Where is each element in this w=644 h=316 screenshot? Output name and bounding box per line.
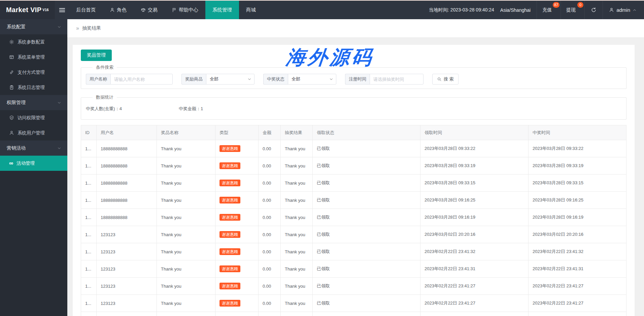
menu-system-params-label: 系统参数配置 — [18, 39, 45, 45]
nav-mall[interactable]: 商城 — [239, 1, 263, 19]
cell-id: 1... — [81, 175, 97, 192]
cell-result: Thank you — [281, 157, 313, 175]
prize-manage-button[interactable]: 奖品管理 — [81, 50, 112, 61]
cell-prize: Thank you — [157, 226, 215, 243]
cell-claim-time: 2023年02月22日 23:41:24 — [420, 312, 529, 316]
cell-prize: Thank you — [157, 157, 215, 175]
nav-home[interactable]: 后台首页 — [69, 1, 103, 19]
flag-icon — [172, 7, 177, 12]
cell-win-time: 2023年03月28日 09:33:22 — [529, 140, 626, 157]
withdraw-link[interactable]: 提现 0 — [561, 1, 584, 19]
sidebar-toggle[interactable] — [55, 1, 69, 19]
column-header: 领取状态 — [313, 125, 420, 140]
refresh-button[interactable] — [584, 1, 603, 19]
cell-win-time: 2023年03月28日 09:16:25 — [529, 192, 626, 209]
cell-claim-time: 2023年02月22日 23:41:27 — [420, 278, 529, 295]
menu-access-permission-label: 访问权限管理 — [18, 115, 45, 121]
cell-username: 123123 — [97, 312, 157, 316]
nav-trade[interactable]: 交易 — [134, 1, 165, 19]
refresh-icon — [591, 7, 597, 13]
group-permission-manage[interactable]: 权限管理 — [0, 95, 67, 110]
cell-id: 1... — [81, 192, 97, 209]
register-time-input[interactable] — [370, 74, 423, 85]
cell-prize: Thank you — [157, 312, 215, 316]
search-button[interactable]: 搜 索 — [432, 74, 459, 85]
user-name-input[interactable] — [110, 74, 173, 85]
nav-help-center[interactable]: 帮助中心 — [165, 1, 205, 19]
cell-amount: 0.00 — [259, 260, 281, 278]
cell-prize: Thank you — [157, 243, 215, 260]
user-menu[interactable]: admin — [603, 1, 644, 19]
nav-system-manage[interactable]: 系统管理 — [205, 1, 239, 19]
menu-system-params[interactable]: 系统参数配置 — [0, 34, 67, 50]
user-icon — [9, 130, 14, 135]
cell-amount: 0.00 — [259, 226, 281, 243]
search-icon — [437, 77, 442, 82]
menu-payment-methods[interactable]: 支付方式管理 — [0, 65, 67, 80]
cell-claim-status: 已领取 — [313, 260, 420, 278]
cell-result: Thank you — [281, 312, 313, 316]
cell-result: Thank you — [281, 140, 313, 157]
menu-activity-manage-label: 活动管理 — [16, 160, 35, 166]
menu-activity-manage[interactable]: ∞活动管理 — [0, 156, 67, 171]
chevron-down-icon — [57, 25, 61, 29]
cell-amount: 0.00 — [259, 175, 281, 192]
cell-claim-status: 已领取 — [313, 192, 420, 209]
menu-system-menus-label: 系统菜单管理 — [18, 54, 45, 60]
stats-row: 中奖人数(去重)：4中奖金额：1 — [86, 104, 621, 115]
cell-win-time: 2023年03月02日 20:20:16 — [529, 226, 626, 243]
type-tag: 谢谢惠顾 — [219, 180, 240, 186]
group-system-config[interactable]: 系统配置 — [0, 19, 67, 34]
table-row: 1...18888888888Thank you谢谢惠顾0.00Thank yo… — [81, 209, 626, 226]
cell-claim-status: 已领取 — [313, 226, 420, 243]
cell-prize: Thank you — [157, 175, 215, 192]
cell-result: Thank you — [281, 175, 313, 192]
cell-amount: 0.00 — [259, 312, 281, 316]
menu-system-users[interactable]: 系统用户管理 — [0, 125, 67, 140]
menu-payment-methods-label: 支付方式管理 — [18, 69, 45, 75]
reward-product-select[interactable]: 全部 — [206, 74, 255, 85]
menu-system-logs[interactable]: 系统日志管理 — [0, 80, 67, 95]
group-marketing[interactable]: 营销活动 — [0, 140, 67, 156]
sidebar: 系统配置系统参数配置系统菜单管理支付方式管理系统日志管理权限管理访问权限管理系统… — [0, 19, 67, 316]
cell-claim-time: 2023年03月28日 09:16:25 — [420, 192, 529, 209]
menu-system-menus[interactable]: 系统菜单管理 — [0, 50, 67, 65]
cell-type: 谢谢惠顾 — [215, 312, 259, 316]
brand-text: Market VIP — [6, 6, 41, 14]
cell-claim-status: 已领取 — [313, 175, 420, 192]
recharge-link[interactable]: 充值 87 — [537, 1, 561, 19]
cell-id: 1... — [81, 140, 97, 157]
column-header: 领取时间 — [420, 125, 529, 140]
cell-id: 1... — [81, 243, 97, 260]
menu-access-permission[interactable]: 访问权限管理 — [0, 110, 67, 125]
cell-type: 谢谢惠顾 — [215, 175, 259, 192]
cell-claim-time: 2023年02月22日 23:41:27 — [420, 295, 529, 312]
cell-amount: 0.00 — [259, 295, 281, 312]
cell-id: 1... — [81, 260, 97, 278]
withdraw-label: 提现 — [566, 7, 576, 13]
cell-prize: Thank you — [157, 295, 215, 312]
top-navbar: Market VIP V16 后台首页角色交易帮助中心系统管理商城 当地时间: … — [0, 1, 644, 19]
nav-roles[interactable]: 角色 — [103, 1, 134, 19]
cell-id: 1... — [81, 157, 97, 175]
table-row: 1...18888888888Thank you谢谢惠顾0.00Thank yo… — [81, 192, 626, 209]
cell-username: 18888888888 — [97, 175, 157, 192]
cell-claim-time: 2023年02月22日 23:41:31 — [420, 260, 529, 278]
column-header: 中奖时间 — [529, 125, 626, 140]
cell-username: 123123 — [97, 243, 157, 260]
stat-winners: 中奖人数(去重)：4 — [86, 106, 179, 112]
breadcrumb-icon: » — [76, 25, 79, 31]
infinity-icon: ∞ — [9, 160, 13, 166]
search-form: 用户名称奖励商品全部中奖状态全部注册时间搜 索 — [86, 74, 621, 85]
win-status-select[interactable]: 全部 — [288, 74, 336, 85]
group-marketing-label: 营销活动 — [7, 145, 26, 151]
stats-panel-legend: 数据统计 — [93, 94, 117, 100]
type-tag: 谢谢惠顾 — [219, 248, 240, 255]
cell-id: 1... — [81, 226, 97, 243]
user-icon — [110, 7, 115, 12]
brand-version: V16 — [42, 8, 49, 12]
user-icon — [609, 7, 614, 12]
cell-win-time: 2023年02月22日 23:41:27 — [529, 278, 626, 295]
cell-prize: Thank you — [157, 209, 215, 226]
cell-win-time: 2023年03月28日 09:16:19 — [529, 209, 626, 226]
